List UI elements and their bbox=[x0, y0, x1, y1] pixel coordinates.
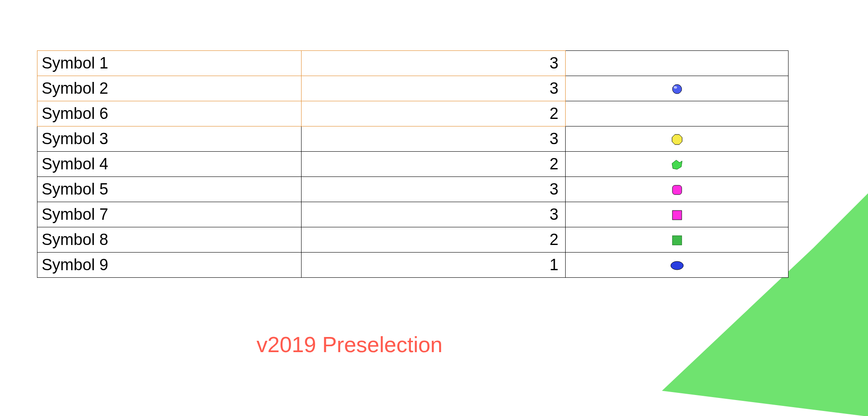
symbol-table: Symbol 13Symbol 23 Symbol 62Symbol 33 Sy… bbox=[37, 50, 789, 278]
symbol-icon-cell[interactable] bbox=[566, 227, 789, 253]
symbol-icon-cell[interactable] bbox=[566, 202, 789, 227]
table-row[interactable]: Symbol 53 bbox=[37, 177, 789, 202]
symbol-count-cell[interactable]: 2 bbox=[302, 227, 566, 253]
symbol-name-cell[interactable]: Symbol 7 bbox=[37, 202, 302, 227]
svg-marker-6 bbox=[672, 134, 682, 145]
svg-point-5 bbox=[674, 86, 677, 89]
caption-label: v2019 Preselection bbox=[257, 332, 442, 357]
symbol-count-cell[interactable]: 3 bbox=[302, 177, 566, 202]
symbol-table-container: Symbol 13Symbol 23 Symbol 62Symbol 33 Sy… bbox=[37, 50, 788, 278]
symbol-name-cell[interactable]: Symbol 9 bbox=[37, 253, 302, 278]
symbol-count-cell[interactable]: 1 bbox=[302, 253, 566, 278]
symbol-icon-cell[interactable] bbox=[566, 126, 789, 152]
symbol-name-cell[interactable]: Symbol 5 bbox=[37, 177, 302, 202]
symbol-count-cell[interactable]: 3 bbox=[302, 76, 566, 101]
symbol-icon-cell[interactable] bbox=[566, 152, 789, 177]
symbol-icon-cell[interactable] bbox=[566, 51, 789, 76]
table-row[interactable]: Symbol 91 bbox=[37, 253, 789, 278]
symbol-name-cell[interactable]: Symbol 8 bbox=[37, 227, 302, 253]
sphere-blue-icon bbox=[669, 81, 685, 97]
empty-icon bbox=[669, 55, 685, 72]
svg-rect-7 bbox=[672, 185, 682, 195]
octagon-yellow-icon bbox=[669, 131, 685, 148]
svg-point-13 bbox=[671, 261, 683, 270]
table-row[interactable]: Symbol 33 bbox=[37, 126, 789, 152]
table-row[interactable]: Symbol 23 bbox=[37, 76, 789, 101]
blob-green-icon bbox=[669, 156, 685, 173]
table-row[interactable]: Symbol 42 bbox=[37, 152, 789, 177]
svg-point-4 bbox=[672, 84, 682, 94]
symbol-name-cell[interactable]: Symbol 6 bbox=[37, 101, 302, 126]
svg-rect-8 bbox=[672, 211, 682, 220]
table-row[interactable]: Symbol 82 bbox=[37, 227, 789, 253]
symbol-icon-cell[interactable] bbox=[566, 101, 789, 126]
symbol-count-cell[interactable]: 3 bbox=[302, 202, 566, 227]
symbol-count-cell[interactable]: 2 bbox=[302, 152, 566, 177]
square-magenta-icon bbox=[669, 207, 685, 224]
symbol-count-cell[interactable]: 2 bbox=[302, 101, 566, 126]
table-row[interactable]: Symbol 13 bbox=[37, 51, 789, 76]
symbol-icon-cell[interactable] bbox=[566, 177, 789, 202]
empty-icon bbox=[669, 106, 685, 123]
symbol-name-cell[interactable]: Symbol 3 bbox=[37, 126, 302, 152]
symbol-name-cell[interactable]: Symbol 1 bbox=[37, 51, 302, 76]
square-green-pattern-icon bbox=[669, 232, 685, 249]
symbol-name-cell[interactable]: Symbol 2 bbox=[37, 76, 302, 101]
ellipse-blue-icon bbox=[669, 257, 685, 274]
symbol-icon-cell[interactable] bbox=[566, 76, 789, 101]
symbol-count-cell[interactable]: 3 bbox=[302, 51, 566, 76]
table-row[interactable]: Symbol 62 bbox=[37, 101, 789, 126]
symbol-icon-cell[interactable] bbox=[566, 253, 789, 278]
rounded-magenta-icon bbox=[669, 182, 685, 198]
symbol-count-cell[interactable]: 3 bbox=[302, 126, 566, 152]
symbol-name-cell[interactable]: Symbol 4 bbox=[37, 152, 302, 177]
table-row[interactable]: Symbol 73 bbox=[37, 202, 789, 227]
svg-rect-12 bbox=[672, 236, 682, 245]
